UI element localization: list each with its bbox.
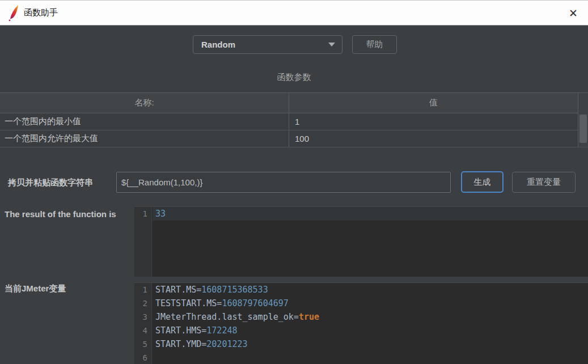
function-params-title: 函数参数 xyxy=(0,72,588,83)
scrollbar-thumb[interactable] xyxy=(579,115,587,143)
line-number: 4 xyxy=(134,324,151,337)
code-token: JMeterThread.last_sample_ok= xyxy=(155,312,299,322)
variables-editor-code[interactable]: START.MS=1608715368533TESTSTART.MS=16087… xyxy=(153,283,588,364)
line-number: 1 xyxy=(134,283,151,297)
line-number: 6 xyxy=(134,351,151,364)
code-token: START.MS= xyxy=(155,285,201,295)
dialog-title: 函数助手 xyxy=(24,7,58,18)
param-table-row[interactable]: 一个范围内的最小值1 xyxy=(0,113,578,130)
param-name-cell[interactable]: 一个范围内允许的最大值 xyxy=(0,130,289,147)
param-value-cell[interactable]: 1 xyxy=(289,113,578,130)
chevron-down-icon xyxy=(328,43,335,46)
code-line[interactable]: START.YMD=20201223 xyxy=(153,337,588,351)
code-line[interactable]: 33 xyxy=(153,207,588,221)
code-line[interactable]: TESTSTART.MS=1608797604697 xyxy=(153,297,588,310)
code-token: START.HMS= xyxy=(155,325,206,336)
result-editor-code[interactable]: 33 xyxy=(153,207,588,277)
jmeter-variables-editor[interactable]: 123456 START.MS=1608715368533TESTSTART.M… xyxy=(134,282,588,364)
close-icon[interactable]: ✕ xyxy=(562,1,585,26)
param-table-row[interactable]: 一个范围内允许的最大值100 xyxy=(0,130,578,147)
function-string-input[interactable] xyxy=(116,172,451,193)
generate-button[interactable]: 生成 xyxy=(461,171,504,193)
line-number: 2 xyxy=(134,297,151,310)
code-line[interactable]: START.HMS=172248 xyxy=(153,324,588,337)
code-token: TESTSTART.MS= xyxy=(155,298,222,308)
code-token: true xyxy=(299,312,319,322)
line-number: 5 xyxy=(134,337,151,351)
result-editor-gutter: 1 xyxy=(134,207,152,277)
code-token: 1608797604697 xyxy=(222,298,288,308)
code-line[interactable]: START.MS=1608715368533 xyxy=(153,283,588,297)
copy-function-string-label: 拷贝并粘贴函数字符串 xyxy=(8,177,93,188)
code-token: 33 xyxy=(155,209,166,219)
function-select-value: Random xyxy=(201,40,235,49)
titlebar: 函数助手 ✕ xyxy=(0,1,588,26)
column-header-value[interactable]: 值 xyxy=(289,93,578,113)
code-line[interactable]: JMeterThread.last_sample_ok=true xyxy=(153,310,588,324)
param-value-cell[interactable]: 100 xyxy=(289,130,578,147)
code-token: 1608715368533 xyxy=(201,285,268,295)
param-table-scrollbar[interactable] xyxy=(578,92,588,147)
code-token: START.YMD= xyxy=(155,339,206,349)
current-jmeter-variables-label: 当前JMeter变量 xyxy=(5,283,66,294)
param-table: 名称: 值 一个范围内的最小值1一个范围内允许的最大值100 xyxy=(0,92,578,147)
function-result-label: The result of the function is xyxy=(5,209,116,219)
code-line[interactable] xyxy=(153,351,588,364)
function-select[interactable]: Random xyxy=(193,35,342,54)
line-number: 1 xyxy=(134,207,151,221)
code-token: 172248 xyxy=(206,325,237,336)
jmeter-feather-icon xyxy=(7,5,20,22)
function-helper-dialog: 函数助手 ✕ Random 帮助 函数参数 名称: 值 一个范围内的最小值1一个… xyxy=(0,0,588,364)
function-result-editor[interactable]: 1 33 xyxy=(134,206,588,277)
help-button[interactable]: 帮助 xyxy=(352,35,397,54)
reset-variables-button[interactable]: 重置变量 xyxy=(512,172,576,193)
variables-editor-gutter: 123456 xyxy=(134,283,152,364)
line-number: 3 xyxy=(134,310,151,324)
code-token: 20201223 xyxy=(206,339,247,349)
param-table-header: 名称: 值 xyxy=(0,92,578,113)
column-header-name[interactable]: 名称: xyxy=(0,93,289,113)
param-name-cell[interactable]: 一个范围内的最小值 xyxy=(0,113,289,130)
